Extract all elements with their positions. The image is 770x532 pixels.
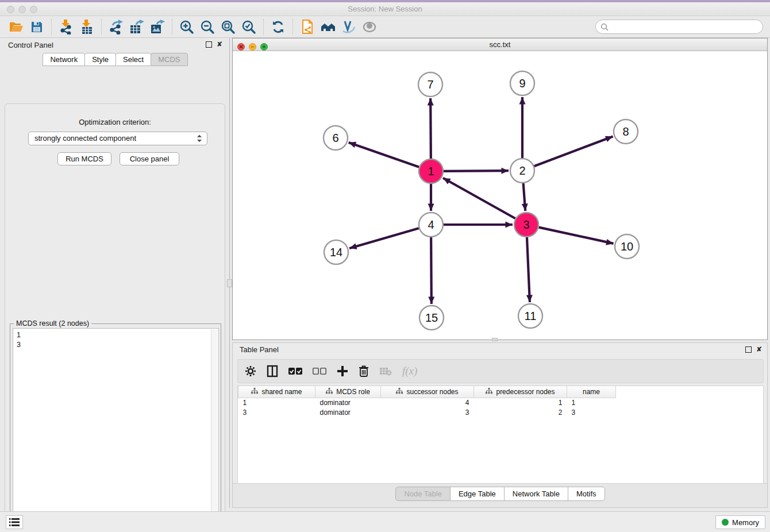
close-table-panel-icon[interactable]: ✘	[756, 346, 763, 353]
cell[interactable]: 3	[567, 407, 616, 417]
graph-edge-1-2[interactable]	[444, 171, 509, 171]
task-history-button[interactable]	[6, 515, 23, 529]
cell[interactable]: 1	[474, 398, 567, 407]
toolbar-separator	[292, 19, 293, 35]
cell[interactable]: 4	[381, 398, 474, 407]
toolbar-separator	[101, 19, 102, 35]
refresh-icon[interactable]	[268, 18, 288, 36]
add-row-plus-icon[interactable]	[337, 364, 348, 379]
table-row[interactable]: 1dominator411	[238, 398, 616, 407]
select-stepper-icon	[197, 134, 202, 143]
graph-edge-1-7[interactable]	[430, 98, 431, 159]
mcds-panel-body: Optimization criterion: strongly connect…	[5, 103, 225, 532]
vizmapper-icon[interactable]	[338, 18, 359, 36]
column-type-icon	[326, 388, 333, 396]
select-all-columns-icon[interactable]	[288, 364, 302, 379]
close-window-icon[interactable]	[7, 6, 14, 13]
graph-node-label-15: 15	[425, 311, 438, 324]
toolbar-separator	[172, 19, 172, 35]
zoom-out-icon[interactable]	[197, 18, 218, 36]
graph-edge-3-10[interactable]	[538, 228, 613, 244]
graph-edge-3-11[interactable]	[527, 237, 530, 302]
column-label: predecessor nodes	[496, 388, 555, 396]
show-all-networks-icon[interactable]	[318, 18, 338, 36]
zoom-fit-icon[interactable]	[218, 18, 238, 36]
new-network-icon[interactable]	[297, 18, 318, 36]
tab-network-table[interactable]: Network Table	[504, 487, 568, 501]
tab-mcds[interactable]: MCDS	[151, 53, 187, 66]
zoom-selected-icon[interactable]	[238, 18, 259, 36]
panel-divider[interactable]	[229, 38, 230, 508]
close-network-icon[interactable]: ✕	[237, 43, 245, 51]
column-layout-icon[interactable]	[267, 364, 278, 379]
close-panel-button[interactable]: Close panel	[120, 152, 179, 165]
mcds-result-text[interactable]: 1 3	[13, 328, 219, 532]
import-table-icon[interactable]	[76, 18, 97, 36]
graph-edge-2-8[interactable]	[534, 136, 613, 166]
cell[interactable]: dominator	[315, 398, 381, 407]
memory-button[interactable]: Memory	[715, 515, 765, 529]
minimize-network-icon[interactable]: −	[249, 43, 256, 51]
tab-style[interactable]: Style	[84, 53, 116, 66]
search-box[interactable]	[595, 20, 763, 34]
criterion-value: strongly connected component	[34, 134, 136, 142]
open-file-icon[interactable]	[6, 18, 26, 36]
result-scrollbar[interactable]	[211, 329, 218, 532]
deselect-all-columns-icon[interactable]	[313, 364, 326, 379]
hide-preview-eye-icon[interactable]	[359, 18, 380, 36]
graph-node-label-2: 2	[519, 164, 525, 177]
save-session-icon[interactable]	[26, 18, 47, 36]
graph-edge-2-3[interactable]	[523, 183, 526, 211]
cell[interactable]: dominator	[315, 407, 381, 417]
tab-motifs[interactable]: Motifs	[568, 487, 605, 501]
column-header-shared-name[interactable]: shared name	[238, 386, 315, 398]
criterion-select[interactable]: strongly connected component	[28, 132, 207, 145]
column-header-MCDS-role[interactable]: MCDS role	[315, 386, 381, 398]
column-header-successor-nodes[interactable]: successor nodes	[381, 386, 474, 398]
tab-edge-table[interactable]: Edge Table	[450, 487, 505, 501]
cell[interactable]: 3	[381, 407, 474, 417]
graph-edge-3-1[interactable]	[443, 178, 515, 219]
minimize-window-icon[interactable]	[18, 6, 26, 13]
graph-edge-4-15[interactable]	[431, 237, 432, 304]
cell[interactable]: 2	[474, 407, 567, 417]
tab-node-table[interactable]: Node Table	[395, 487, 451, 501]
optimization-criterion-label: Optimization criterion:	[5, 118, 225, 126]
traffic-lights-inactive[interactable]	[7, 5, 41, 16]
node-table: shared nameMCDS rolesuccessor nodesprede…	[237, 385, 764, 484]
network-canvas[interactable]: 1234678910111415	[233, 51, 767, 340]
tab-select[interactable]: Select	[116, 53, 151, 66]
zoom-window-icon[interactable]	[30, 6, 37, 13]
cell[interactable]: 1	[567, 398, 616, 407]
mcds-result-title: MCDS result (2 nodes)	[14, 319, 91, 327]
node-table-grid[interactable]: shared nameMCDS rolesuccessor nodesprede…	[238, 386, 616, 417]
export-image-icon[interactable]	[147, 18, 168, 36]
panel-divider-handle[interactable]	[227, 279, 232, 287]
column-header-predecessor-nodes[interactable]: predecessor nodes	[474, 386, 567, 398]
export-network-icon[interactable]	[106, 18, 126, 36]
graph-node-label-6: 6	[332, 132, 338, 144]
network-window-titlebar[interactable]: ✕−+ scc.txt	[233, 38, 767, 51]
tab-network[interactable]: Network	[43, 53, 85, 66]
import-network-icon[interactable]	[56, 18, 76, 36]
control-panel-tabs: NetworkStyleSelectMCDS	[2, 53, 228, 66]
table-row[interactable]: 3dominator323	[238, 407, 616, 417]
graph-edge-4-14[interactable]	[349, 228, 419, 248]
close-panel-icon[interactable]: ✘	[217, 41, 223, 48]
table-settings-gear-icon[interactable]	[245, 364, 256, 379]
network-view-window: ✕−+ scc.txt 1234678910111415	[232, 38, 768, 340]
float-table-panel-icon[interactable]	[745, 346, 752, 353]
export-table-icon[interactable]	[126, 18, 147, 36]
cell[interactable]: 1	[238, 398, 315, 407]
cell[interactable]: 3	[238, 407, 315, 417]
mcds-result-box: MCDS result (2 nodes) 1 3	[10, 323, 221, 532]
run-mcds-button[interactable]: Run MCDS	[57, 152, 111, 165]
maximize-network-icon[interactable]: +	[260, 43, 268, 51]
column-header-name[interactable]: name	[567, 386, 616, 398]
search-input[interactable]	[609, 21, 763, 33]
network-resize-handle[interactable]	[492, 338, 498, 341]
float-panel-icon[interactable]	[206, 41, 212, 48]
graph-edge-1-6[interactable]	[349, 142, 419, 167]
delete-row-trash-icon[interactable]	[359, 364, 369, 379]
zoom-in-icon[interactable]	[176, 18, 197, 36]
